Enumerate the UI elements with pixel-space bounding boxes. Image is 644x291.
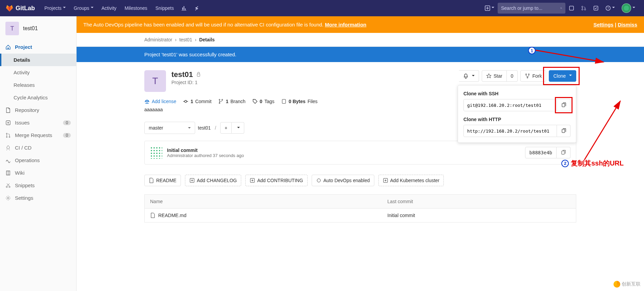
- col-name: Name: [145, 195, 382, 209]
- svg-rect-22: [562, 129, 565, 133]
- watermark-icon: [614, 281, 620, 288]
- file-name-text[interactable]: README.md: [158, 213, 186, 218]
- nav-snippets[interactable]: Snippets: [151, 0, 178, 16]
- svg-rect-28: [562, 151, 564, 154]
- nav-issues-icon[interactable]: [565, 0, 578, 16]
- sidebar-item-wiki[interactable]: Wiki: [0, 167, 76, 179]
- clone-http-label: Clone with HTTP: [463, 117, 570, 122]
- sidebar-item-issues[interactable]: Issues 0: [0, 116, 76, 129]
- sidebar-item-cicd[interactable]: CI / CD: [0, 141, 76, 154]
- branches-link[interactable]: 1Branch: [218, 99, 245, 104]
- breadcrumb-project[interactable]: test01: [179, 37, 192, 42]
- nav-plus-icon[interactable]: [481, 0, 498, 16]
- nav-groups[interactable]: Groups: [70, 0, 98, 16]
- nav-todos-icon[interactable]: [590, 0, 602, 16]
- clone-http-input[interactable]: [463, 125, 557, 137]
- add-file-button[interactable]: +: [220, 122, 232, 134]
- branch-icon: [218, 99, 224, 104]
- nav-mr-icon[interactable]: [578, 0, 590, 16]
- alert-text: The Auto DevOps pipeline has been enable…: [83, 22, 325, 27]
- sidebar-item-label: Cycle Analytics: [14, 95, 48, 100]
- tag-icon: [252, 99, 258, 104]
- alert-settings-link[interactable]: Settings: [594, 22, 614, 27]
- add-k8s-button[interactable]: Add Kubernetes cluster: [378, 175, 444, 186]
- commits-link[interactable]: 1Commit: [183, 99, 211, 104]
- sidebar-item-repository[interactable]: Repository: [0, 104, 76, 116]
- fork-button[interactable]: Fork: [520, 70, 546, 82]
- clone-ssh-input[interactable]: [463, 99, 557, 111]
- sidebar-item-label: Repository: [15, 107, 39, 113]
- copy-ssh-button[interactable]: [557, 99, 570, 111]
- sidebar-item-label: Settings: [15, 195, 33, 201]
- nav-help-icon[interactable]: ?: [602, 0, 618, 16]
- svg-text:?: ?: [607, 6, 609, 10]
- main-content: The Auto DevOps pipeline has been enable…: [77, 16, 644, 291]
- col-last-commit: Last commit: [382, 195, 576, 209]
- svg-point-24: [219, 99, 220, 100]
- commit-title[interactable]: Initial commit: [167, 148, 244, 153]
- nav-milestones[interactable]: Milestones: [121, 0, 151, 16]
- alert-more-link[interactable]: More information: [325, 22, 367, 27]
- svg-rect-27: [282, 99, 286, 103]
- files-link[interactable]: 0 BytesFiles: [281, 99, 317, 104]
- clone-button[interactable]: Clone: [549, 70, 576, 82]
- svg-point-11: [6, 133, 7, 134]
- snippets-icon: [5, 183, 11, 188]
- sidebar-item-label: CI / CD: [15, 145, 32, 151]
- tags-link[interactable]: 0Tags: [252, 99, 274, 104]
- sidebar-item-project[interactable]: Project: [0, 41, 76, 54]
- sidebar-header[interactable]: T test01: [0, 16, 76, 41]
- project-header: T test01 Project ID: 1 Star 0: [144, 70, 576, 92]
- sidebar-item-settings[interactable]: Settings: [0, 192, 76, 204]
- nav-user-menu[interactable]: [618, 0, 639, 16]
- issues-badge: 0: [63, 120, 71, 125]
- copy-http-button[interactable]: [557, 125, 570, 137]
- svg-point-15: [9, 186, 10, 188]
- sidebar-item-merge-requests[interactable]: Merge Requests 0: [0, 129, 76, 141]
- file-commit-msg[interactable]: Initial commit: [382, 209, 576, 222]
- sidebar-item-label: Project: [15, 44, 32, 50]
- nav-admin-icon[interactable]: [190, 0, 202, 16]
- files-icon: [281, 99, 287, 104]
- merge-icon: [5, 133, 11, 138]
- sidebar: T test01 Project Details Activity Releas…: [0, 16, 77, 291]
- add-file-dropdown[interactable]: [232, 122, 244, 134]
- readme-button[interactable]: README: [144, 175, 181, 186]
- nav-search[interactable]: [498, 3, 565, 14]
- add-contributing-button[interactable]: Add CONTRIBUTING: [245, 175, 307, 186]
- nav-analytics-icon[interactable]: [178, 0, 190, 16]
- star-count[interactable]: 0: [507, 70, 518, 82]
- svg-point-18: [526, 74, 527, 75]
- nav-projects[interactable]: Projects: [40, 0, 70, 16]
- table-row[interactable]: README.md Initial commit: [145, 209, 576, 222]
- path-segment[interactable]: test01: [198, 125, 211, 131]
- commit-sha[interactable]: b8883e4b: [525, 147, 557, 158]
- bell-icon: [463, 73, 469, 79]
- nav-activity[interactable]: Activity: [98, 0, 121, 16]
- gitlab-icon: [5, 4, 14, 12]
- watermark: 创新互联: [614, 281, 641, 288]
- auto-devops-button[interactable]: Auto DevOps enabled: [312, 175, 374, 186]
- suggestion-buttons: README Add CHANGELOG Add CONTRIBUTING Au…: [144, 175, 576, 186]
- branch-select[interactable]: master: [144, 122, 195, 134]
- notification-button[interactable]: [459, 70, 479, 82]
- add-license-link[interactable]: Add license: [144, 99, 176, 104]
- sidebar-item-details[interactable]: Details: [0, 54, 76, 66]
- breadcrumb-admin[interactable]: Administrator: [144, 37, 172, 42]
- sidebar-item-cycle-analytics[interactable]: Cycle Analytics: [0, 91, 76, 104]
- sidebar-item-snippets[interactable]: Snippets: [0, 179, 76, 192]
- svg-point-12: [6, 136, 7, 137]
- sidebar-item-releases[interactable]: Releases: [0, 79, 76, 91]
- gitlab-logo[interactable]: GitLab: [5, 4, 35, 12]
- scale-icon: [144, 99, 150, 104]
- svg-point-25: [222, 99, 223, 100]
- svg-rect-17: [197, 74, 200, 76]
- alert-dismiss-link[interactable]: Dismiss: [618, 22, 637, 27]
- search-input[interactable]: [501, 5, 560, 11]
- copy-sha-button[interactable]: [557, 147, 570, 158]
- add-changelog-button[interactable]: Add CHANGELOG: [185, 175, 241, 186]
- sidebar-item-operations[interactable]: Operations: [0, 154, 76, 167]
- star-button[interactable]: Star: [482, 70, 507, 82]
- sidebar-item-activity[interactable]: Activity: [0, 66, 76, 79]
- svg-point-23: [185, 100, 187, 102]
